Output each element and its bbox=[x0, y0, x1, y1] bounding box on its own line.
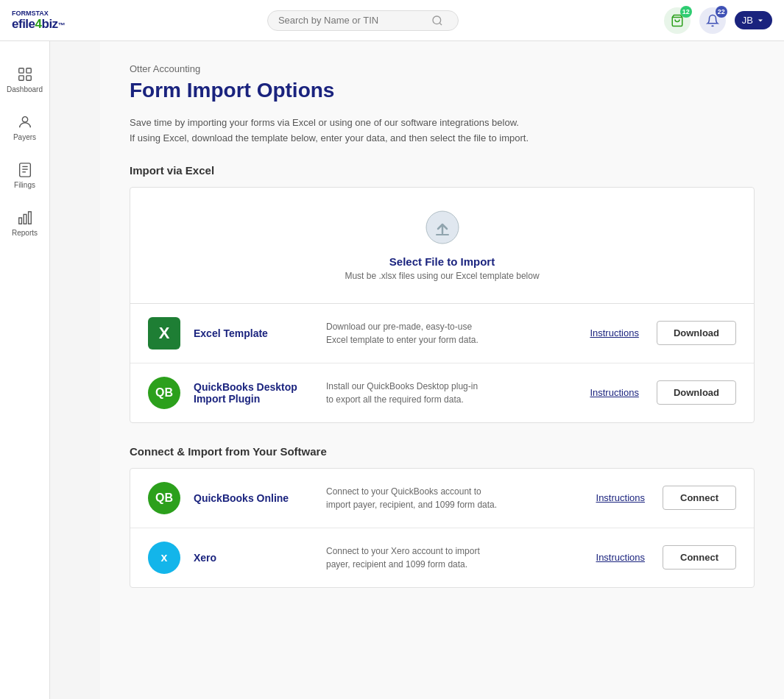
excel-template-instructions-link[interactable]: Instructions bbox=[590, 327, 638, 338]
dashboard-icon bbox=[17, 66, 33, 82]
page-desc-line1: Save time by importing your forms via Ex… bbox=[130, 116, 755, 131]
svg-rect-5 bbox=[18, 76, 23, 80]
xero-name: Xero bbox=[194, 551, 326, 564]
section-title-excel: Import via Excel bbox=[130, 164, 755, 177]
sidebar-label-dashboard: Dashboard bbox=[7, 85, 43, 93]
chevron-down-icon bbox=[756, 16, 765, 25]
logo-formstax: FORMSTAX bbox=[12, 10, 65, 17]
qb-desktop-row: QB QuickBooks Desktop Import Plugin Inst… bbox=[130, 363, 754, 422]
excel-template-download-button[interactable]: Download bbox=[657, 321, 736, 345]
search-area bbox=[62, 10, 664, 31]
qb-online-row: QB QuickBooks Online Connect to your Qui… bbox=[130, 469, 754, 528]
bell-badge: 22 bbox=[716, 6, 727, 18]
filings-icon bbox=[17, 162, 33, 178]
excel-import-card: Select File to Import Must be .xlsx file… bbox=[130, 187, 755, 423]
sidebar-item-reports[interactable]: Reports bbox=[3, 202, 47, 244]
bell-button[interactable]: 22 bbox=[699, 7, 726, 34]
breadcrumb: Otter Accounting bbox=[130, 63, 755, 74]
search-icon bbox=[431, 15, 443, 26]
qb-desktop-logo: QB bbox=[148, 377, 180, 409]
xero-connect-button[interactable]: Connect bbox=[663, 545, 736, 570]
search-input[interactable] bbox=[278, 15, 425, 26]
qb-online-name: QuickBooks Online bbox=[194, 492, 326, 505]
excel-template-name: Excel Template bbox=[194, 327, 326, 340]
sidebar-item-dashboard[interactable]: Dashboard bbox=[3, 59, 47, 101]
xero-desc: Connect to your Xero account to import p… bbox=[326, 544, 596, 571]
nav-icons: 12 22 JB bbox=[664, 7, 772, 34]
svg-rect-12 bbox=[18, 218, 21, 224]
svg-rect-4 bbox=[26, 68, 30, 73]
upload-area[interactable]: Select File to Import Must be .xlsx file… bbox=[130, 188, 754, 304]
svg-point-0 bbox=[433, 16, 441, 24]
sidebar-label-filings: Filings bbox=[14, 181, 35, 189]
svg-line-1 bbox=[439, 23, 442, 25]
software-import-card: QB QuickBooks Online Connect to your Qui… bbox=[130, 468, 755, 588]
svg-rect-6 bbox=[26, 76, 30, 80]
qb-desktop-download-button[interactable]: Download bbox=[657, 380, 736, 405]
payers-icon bbox=[17, 114, 33, 130]
page-title: Form Import Options bbox=[130, 79, 755, 102]
reports-icon bbox=[17, 210, 33, 226]
svg-point-7 bbox=[22, 117, 27, 122]
page-description: Save time by importing your forms via Ex… bbox=[130, 116, 755, 146]
cart-badge: 12 bbox=[680, 6, 692, 18]
excel-template-desc: Download our pre-made, easy-to-use Excel… bbox=[326, 320, 590, 347]
qb-desktop-instructions-link[interactable]: Instructions bbox=[590, 387, 638, 398]
sidebar-item-filings[interactable]: Filings bbox=[3, 155, 47, 196]
user-initials: JB bbox=[742, 15, 753, 26]
sidebar: Dashboard Payers Filings Reports bbox=[0, 0, 50, 699]
logo: FORMSTAX efile4biz™ bbox=[12, 10, 62, 32]
qb-online-instructions-link[interactable]: Instructions bbox=[596, 492, 645, 503]
xero-row: x Xero Connect to your Xero account to i… bbox=[130, 528, 754, 587]
logo-brand: efile4biz™ bbox=[12, 17, 65, 32]
qb-desktop-desc: Install our QuickBooks Desktop plug-in t… bbox=[326, 380, 590, 406]
cart-button[interactable]: 12 bbox=[664, 7, 691, 34]
qb-online-logo: QB bbox=[148, 482, 180, 514]
upload-sub: Must be .xlsx files using our Excel temp… bbox=[345, 271, 539, 281]
upload-icon bbox=[425, 210, 460, 248]
svg-rect-3 bbox=[18, 68, 23, 73]
page-desc-line2: If using Excel, download the template be… bbox=[130, 131, 755, 146]
upload-title: Select File to Import bbox=[389, 255, 495, 268]
excel-logo: X bbox=[148, 317, 180, 350]
sidebar-label-payers: Payers bbox=[13, 133, 36, 141]
qb-online-desc: Connect to your QuickBooks account to im… bbox=[326, 485, 596, 511]
qb-desktop-name: QuickBooks Desktop Import Plugin bbox=[194, 381, 326, 405]
sidebar-label-reports: Reports bbox=[12, 229, 38, 237]
qb-online-connect-button[interactable]: Connect bbox=[663, 486, 736, 510]
xero-logo: x bbox=[148, 542, 180, 574]
svg-rect-13 bbox=[24, 214, 27, 224]
user-menu-button[interactable]: JB bbox=[735, 11, 772, 29]
section-title-software: Connect & Import from Your Software bbox=[130, 445, 755, 458]
search-box[interactable] bbox=[267, 10, 459, 31]
sidebar-item-payers[interactable]: Payers bbox=[3, 107, 47, 149]
svg-rect-8 bbox=[19, 163, 30, 177]
topnav: FORMSTAX efile4biz™ 12 22 JB bbox=[0, 0, 784, 41]
xero-instructions-link[interactable]: Instructions bbox=[596, 552, 645, 563]
svg-rect-14 bbox=[28, 212, 31, 224]
main-content: Otter Accounting Form Import Options Sav… bbox=[100, 41, 784, 699]
excel-template-row: X Excel Template Download our pre-made, … bbox=[130, 304, 754, 363]
